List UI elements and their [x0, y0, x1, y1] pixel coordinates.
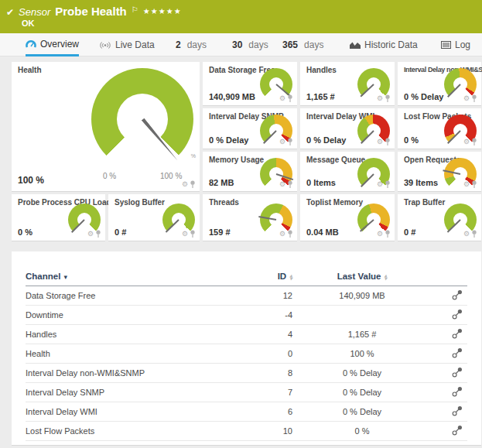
channel-settings-icon[interactable]: [452, 425, 463, 436]
channel-name[interactable]: Downtime: [26, 306, 246, 325]
status-check-icon: ✔: [6, 7, 14, 18]
pin-icon[interactable]: [385, 94, 391, 103]
pin-icon[interactable]: [471, 138, 477, 146]
channel-settings-icon[interactable]: [452, 309, 463, 320]
channel-settings-icon[interactable]: [452, 328, 463, 339]
gear-icon[interactable]: ⚙: [279, 231, 285, 238]
pin-icon[interactable]: [95, 230, 101, 238]
pin-icon[interactable]: [385, 138, 391, 146]
pin-icon[interactable]: [471, 180, 477, 189]
channel-settings-icon[interactable]: [452, 405, 463, 416]
channel-name[interactable]: Health: [26, 344, 246, 364]
channel-name[interactable]: Lost Flow Packets: [26, 422, 246, 441]
column-header-id[interactable]: ID▲▼: [246, 272, 292, 286]
tab-log[interactable]: Log: [441, 33, 470, 56]
channel-id: 12: [246, 286, 292, 306]
gauge-panel-open-requests: Open Requests 39 Items ⚙: [398, 152, 481, 191]
channel-settings-icon[interactable]: [452, 289, 463, 300]
channel-name[interactable]: Handles: [26, 325, 246, 344]
gear-icon[interactable]: ⚙: [279, 95, 285, 102]
pin-icon[interactable]: [287, 138, 293, 146]
gauge-panel-toplist-memory: Toplist Memory 0.04 MB ⚙: [300, 194, 395, 241]
pin-icon[interactable]: [287, 180, 293, 189]
pin-icon[interactable]: [471, 94, 477, 103]
gauge-panel-trap-buffer: Trap Buffer 0 # ⚙: [398, 194, 481, 241]
pin-icon[interactable]: [190, 180, 196, 189]
channel-last-value: 140,909 MB: [292, 286, 432, 306]
table-row[interactable]: Interval Delay non-WMI&SNMP 8 0 % Delay: [26, 364, 467, 383]
gear-icon[interactable]: ⚙: [279, 139, 285, 145]
pin-icon[interactable]: [287, 230, 293, 238]
channel-settings-icon[interactable]: [452, 367, 463, 378]
tab-365-days[interactable]: 365days: [282, 33, 323, 56]
tab-30-days[interactable]: 30days: [232, 33, 268, 56]
gauge-value: 0 #: [404, 227, 415, 237]
gear-icon[interactable]: ⚙: [463, 231, 470, 238]
table-row[interactable]: Data Storage Free 12 140,909 MB: [26, 286, 467, 306]
table-row[interactable]: Handles 4 1,165 #: [26, 325, 467, 344]
gear-icon[interactable]: ⚙: [463, 181, 470, 188]
tab-live-data[interactable]: Live Data: [99, 33, 155, 56]
tab-overview[interactable]: Overview: [26, 33, 79, 56]
channel-id: 6: [246, 402, 292, 422]
gauge-title: Handles: [306, 66, 337, 74]
tab-label: Overview: [40, 39, 79, 50]
sort-arrows-icon: ▲▼: [289, 274, 292, 280]
table-row[interactable]: Health 0 100 %: [26, 344, 467, 364]
channel-name[interactable]: Data Storage Free: [26, 286, 246, 306]
live-signal-icon: [99, 41, 111, 50]
gauge-max-label: 100 %: [160, 172, 182, 180]
gear-icon[interactable]: ⚙: [377, 139, 383, 145]
channel-last-value: 0 % Delay: [292, 383, 432, 402]
channel-id: -4: [246, 306, 292, 325]
gauge-value: 0 Items: [306, 178, 336, 187]
gauge-unit-symbol: %: [191, 153, 196, 159]
flag-icon[interactable]: ⚐: [132, 5, 138, 14]
channel-settings-icon[interactable]: [452, 347, 463, 358]
gear-icon[interactable]: ⚙: [463, 139, 470, 145]
gear-icon[interactable]: ⚙: [377, 231, 383, 238]
sort-caret-icon: ▾: [63, 273, 67, 281]
channel-name[interactable]: Interval Delay non-WMI&SNMP: [26, 364, 246, 383]
gauge-panel-interval-delay-snmp: Interval Delay SNMP 0 % Delay ⚙: [203, 108, 297, 149]
gauge-value: 0 % Delay: [306, 135, 346, 145]
gauge-value: 0 % Delay: [209, 135, 248, 145]
tab-historic-data[interactable]: Historic Data: [350, 33, 418, 56]
pin-icon[interactable]: [385, 180, 391, 189]
gauge-panel-interval-delay-wmi: Interval Delay WMI 0 % Delay ⚙: [300, 108, 395, 149]
pin-icon[interactable]: [471, 230, 477, 238]
gear-icon[interactable]: ⚙: [377, 181, 383, 188]
channel-last-value: 0 % Delay: [292, 364, 432, 383]
gauge-value: 140,909 MB: [209, 92, 255, 101]
tab-label: Log: [455, 39, 470, 50]
channel-name[interactable]: Interval Delay WMI: [26, 402, 246, 422]
channel-name[interactable]: Interval Delay SNMP: [26, 383, 246, 402]
column-header-last-value[interactable]: Last Value▲▼: [292, 272, 432, 286]
gear-icon[interactable]: ⚙: [463, 95, 470, 102]
gear-icon[interactable]: ⚙: [182, 231, 188, 238]
gauge-panel-message-queue: Message Queue 0 Items ⚙: [300, 152, 395, 191]
pin-icon[interactable]: [190, 230, 196, 238]
channel-last-value: 0 %: [292, 422, 432, 441]
gauge-panel-interval-delay-non-wmi-snmp: Interval Delay non-WMI&SNMP 0 % Delay ⚙: [398, 62, 481, 105]
overview-content: Health % 0 % 100 % 100 % ⚙ Data Storage …: [12, 62, 481, 445]
gauge-panel-handles: Handles 1,165 # ⚙: [300, 62, 395, 105]
tab-2-days[interactable]: 2days: [176, 33, 207, 56]
column-header-channel[interactable]: Channel▾: [26, 272, 246, 286]
gear-icon[interactable]: ⚙: [87, 231, 94, 238]
pin-icon[interactable]: [287, 94, 293, 103]
gear-icon[interactable]: ⚙: [377, 95, 383, 102]
channel-settings-icon[interactable]: [452, 386, 463, 397]
table-row[interactable]: Downtime -4: [26, 306, 467, 325]
column-header-actions: [432, 272, 467, 286]
pin-icon[interactable]: [385, 230, 391, 238]
gauge-panel-memory-usage: Memory Usage 82 MB ⚙: [203, 152, 297, 191]
priority-stars[interactable]: ★★★★★: [143, 7, 182, 15]
gear-icon[interactable]: ⚙: [182, 181, 188, 188]
table-row[interactable]: Interval Delay WMI 6 0 % Delay: [26, 402, 467, 422]
gear-icon[interactable]: ⚙: [279, 181, 285, 188]
log-icon: [441, 41, 451, 49]
table-row[interactable]: Lost Flow Packets 10 0 %: [26, 422, 467, 441]
gauge-panel-probe-process-cpu-load: Probe Process CPU Load 0 % ⚙: [12, 194, 105, 241]
table-row[interactable]: Interval Delay SNMP 7 0 % Delay: [26, 383, 467, 402]
